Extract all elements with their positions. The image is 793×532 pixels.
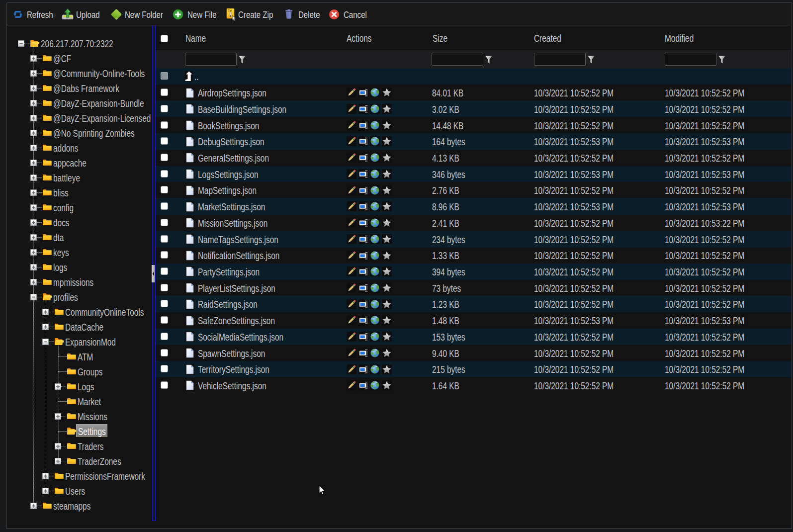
svg-text:Zip: Zip — [228, 9, 232, 12]
